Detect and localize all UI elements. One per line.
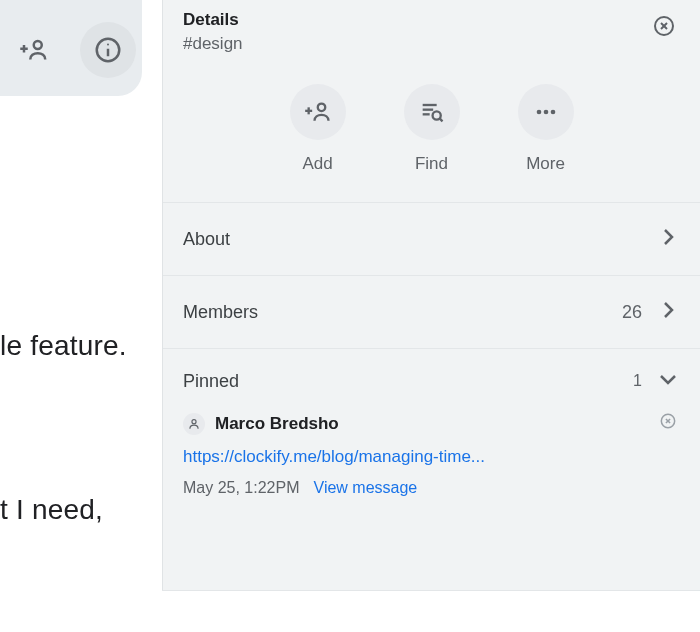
chat-text-fragment: le feature. — [0, 330, 127, 362]
pinned-date: May 25, 1:22PM — [183, 479, 300, 497]
find-action[interactable]: Find — [404, 84, 460, 174]
more-label: More — [526, 154, 565, 174]
svg-point-5 — [107, 43, 109, 45]
svg-line-16 — [439, 118, 442, 121]
pinned-count: 1 — [633, 372, 642, 390]
more-action[interactable]: More — [518, 84, 574, 174]
view-message-link[interactable]: View message — [314, 479, 418, 497]
close-button[interactable] — [648, 10, 680, 42]
chevron-right-icon — [656, 298, 680, 322]
person-add-icon — [304, 98, 332, 126]
svg-point-18 — [543, 110, 548, 115]
panel-subtitle: #design — [183, 34, 243, 54]
add-action[interactable]: Add — [290, 84, 346, 174]
pinned-item: Marco Bredsho https://clockify.me/blog/m… — [183, 409, 680, 507]
svg-point-0 — [34, 41, 42, 49]
search-list-icon — [418, 98, 446, 126]
panel-title: Details — [183, 10, 243, 30]
add-people-button[interactable] — [6, 22, 62, 78]
svg-point-9 — [317, 104, 324, 111]
about-section[interactable]: About — [163, 203, 700, 276]
pinned-author: Marco Bredsho — [215, 414, 339, 434]
remove-pin-button[interactable] — [656, 409, 680, 433]
members-label: Members — [183, 302, 258, 323]
svg-point-20 — [192, 420, 196, 424]
person-add-icon — [19, 35, 49, 65]
find-label: Find — [415, 154, 448, 174]
about-label: About — [183, 229, 230, 250]
svg-point-15 — [432, 111, 440, 119]
bottom-gap — [162, 590, 700, 632]
svg-point-17 — [536, 110, 541, 115]
details-panel: Details #design Add — [162, 0, 700, 632]
add-label: Add — [302, 154, 332, 174]
panel-header: Details #design — [163, 0, 700, 66]
members-count: 26 — [622, 302, 642, 323]
more-horiz-icon — [532, 98, 560, 126]
info-icon — [93, 35, 123, 65]
pinned-section: Pinned 1 Marco Bredsho — [163, 349, 700, 507]
chevron-down-icon — [656, 367, 680, 391]
chat-text-fragment: t I need, — [0, 494, 103, 526]
pinned-link[interactable]: https://clockify.me/blog/managing-time..… — [183, 447, 680, 467]
pinned-header[interactable]: Pinned 1 — [183, 367, 680, 409]
avatar — [183, 413, 205, 435]
svg-point-19 — [550, 110, 555, 115]
details-info-button[interactable] — [80, 22, 136, 78]
actions-row: Add Find More — [163, 66, 700, 203]
members-section[interactable]: Members 26 — [163, 276, 700, 349]
close-icon — [652, 14, 676, 38]
close-circle-icon — [658, 411, 678, 431]
toolbar-strip — [0, 0, 142, 96]
chevron-right-icon — [656, 225, 680, 249]
pinned-label: Pinned — [183, 371, 239, 392]
person-icon — [187, 417, 201, 431]
